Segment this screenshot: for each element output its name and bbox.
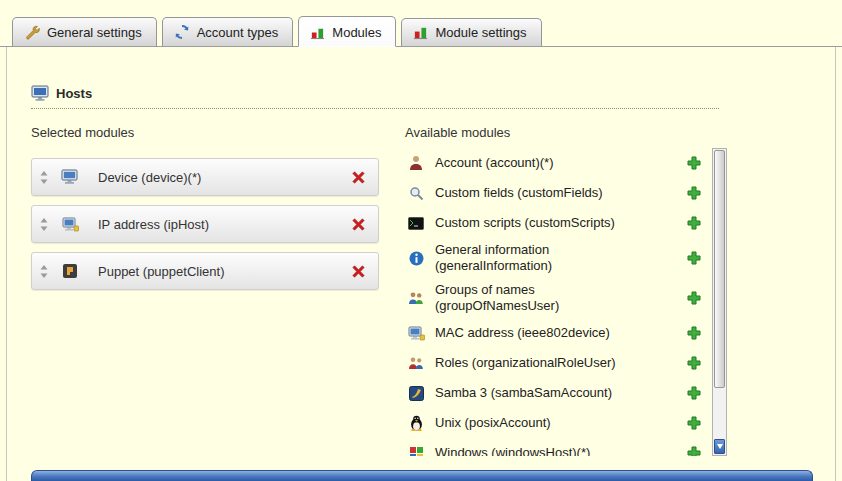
module-columns: Selected modules Device (device)(*) (31, 125, 811, 456)
add-module-button[interactable] (687, 386, 701, 400)
scrollbar-thumb[interactable] (714, 150, 725, 388)
drag-handle-icon[interactable] (40, 265, 48, 278)
red-x-icon (351, 217, 366, 232)
available-module-row: MAC address (ieee802device) (405, 318, 707, 348)
add-module-button[interactable] (687, 291, 701, 305)
sync-arrows-icon (174, 24, 190, 40)
green-plus-icon (687, 356, 701, 370)
add-module-button[interactable] (687, 251, 701, 265)
network-device-icon (405, 326, 427, 341)
group-icon (405, 291, 427, 305)
tab-modules[interactable]: Modules (298, 16, 396, 47)
magnifier-icon (405, 186, 427, 201)
add-module-button[interactable] (687, 446, 701, 456)
available-module-label: MAC address (ieee802device) (435, 325, 643, 341)
terminal-icon (405, 217, 427, 230)
available-module-label: Custom fields (customFields) (435, 185, 643, 201)
wrench-icon (24, 24, 40, 40)
add-module-button[interactable] (687, 156, 701, 170)
available-module-row: Unix (posixAccount) (405, 408, 707, 438)
available-module-row: General information (generalInformation) (405, 238, 707, 278)
available-module-row: Windows (windowsHost)(*) (405, 438, 707, 456)
available-module-label: Custom scripts (customScripts) (435, 215, 643, 231)
available-module-row: Custom scripts (customScripts) (405, 208, 707, 238)
computer-icon (31, 85, 49, 102)
available-module-label: Groups of names (groupOfNamesUser) (435, 282, 643, 314)
green-plus-icon (687, 291, 701, 305)
available-module-label: Roles (organizationalRoleUser) (435, 355, 643, 371)
available-module-label: Windows (windowsHost)(*) (435, 445, 643, 456)
green-plus-icon (687, 326, 701, 340)
available-module-label: General information (generalInformation) (435, 242, 643, 274)
selected-module-row: Puppet (puppetClient) (31, 252, 379, 290)
scroll-down-button[interactable] (714, 439, 725, 454)
available-module-row: Roles (organizationalRoleUser) (405, 348, 707, 378)
tab-label: Modules (332, 25, 381, 40)
available-module-row: Samba 3 (sambaSamAccount) (405, 378, 707, 408)
green-plus-icon (687, 156, 701, 170)
green-plus-icon (687, 416, 701, 430)
scrollbar[interactable] (712, 148, 727, 456)
selected-modules-column: Selected modules Device (device)(*) (31, 125, 379, 456)
section-title: Hosts (56, 86, 92, 101)
add-module-button[interactable] (687, 326, 701, 340)
drag-handle-icon[interactable] (40, 218, 48, 231)
tab-general-settings[interactable]: General settings (12, 17, 157, 47)
red-x-icon (351, 264, 366, 279)
available-module-label: Unix (posixAccount) (435, 415, 643, 431)
selected-module-row: Device (device)(*) (31, 158, 379, 196)
red-x-icon (351, 170, 366, 185)
available-module-row: Groups of names (groupOfNamesUser) (405, 278, 707, 318)
available-module-label: Account (account)(*) (435, 155, 643, 171)
tab-module-settings[interactable]: Module settings (401, 18, 541, 47)
tux-icon (405, 415, 427, 431)
remove-module-button[interactable] (351, 170, 366, 185)
ip-address-icon (58, 217, 82, 232)
account-icon (405, 155, 427, 171)
info-icon (405, 251, 427, 266)
available-modules-column: Available modules Account (account)(*) (405, 125, 727, 456)
add-module-button[interactable] (687, 186, 701, 200)
hosts-heading: Hosts (31, 85, 719, 109)
arrow-down-icon (717, 444, 723, 449)
add-module-button[interactable] (687, 216, 701, 230)
remove-module-button[interactable] (351, 264, 366, 279)
green-plus-icon (687, 446, 701, 456)
available-module-row: Account (account)(*) (405, 148, 707, 178)
tab-bar: General settings Account types Modules M… (0, 0, 842, 47)
green-plus-icon (687, 216, 701, 230)
selected-modules-heading: Selected modules (31, 125, 379, 140)
samba-icon (405, 386, 427, 401)
add-module-button[interactable] (687, 416, 701, 430)
selected-module-row: IP address (ipHost) (31, 205, 379, 243)
available-module-label: Samba 3 (sambaSamAccount) (435, 385, 643, 401)
module-settings-icon (413, 25, 428, 40)
tab-account-types[interactable]: Account types (162, 17, 294, 47)
modules-panel: Hosts Selected modules Device (device)(*… (6, 47, 836, 481)
green-plus-icon (687, 386, 701, 400)
modules-icon (310, 25, 325, 40)
bottom-panel-edge (31, 470, 813, 481)
tab-label: Account types (197, 25, 279, 40)
add-module-button[interactable] (687, 356, 701, 370)
selected-module-label: Device (device)(*) (98, 170, 351, 185)
available-modules-heading: Available modules (405, 125, 727, 140)
windows-icon (405, 446, 427, 457)
drag-handle-icon[interactable] (40, 171, 48, 184)
remove-module-button[interactable] (351, 217, 366, 232)
available-modules-list: Account (account)(*) Custom fields (cust… (405, 148, 727, 456)
available-module-row: Custom fields (customFields) (405, 178, 707, 208)
tab-label: Module settings (435, 25, 526, 40)
green-plus-icon (687, 186, 701, 200)
green-plus-icon (687, 251, 701, 265)
device-icon (58, 169, 82, 185)
puppet-icon (58, 263, 82, 279)
tab-label: General settings (47, 25, 142, 40)
selected-module-label: Puppet (puppetClient) (98, 264, 351, 279)
selected-module-label: IP address (ipHost) (98, 217, 351, 232)
roles-icon (405, 356, 427, 370)
